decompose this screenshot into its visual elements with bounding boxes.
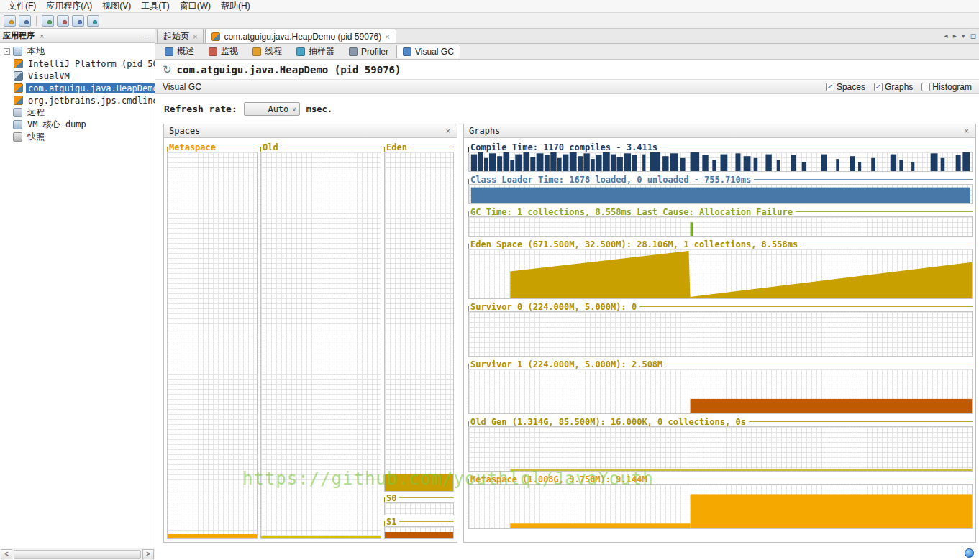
scroll-left-icon[interactable]: < xyxy=(1,549,12,559)
visual-gc-icon xyxy=(403,47,411,56)
process-refresh-icon: ↻ xyxy=(163,64,172,75)
tree-item[interactable]: 远程 xyxy=(0,106,155,119)
tree-item[interactable]: org.jetbrains.jps.cmdline. xyxy=(0,94,155,106)
checkbox-label: Graphs xyxy=(885,82,913,92)
add-jmx-connection-icon[interactable] xyxy=(19,15,31,27)
subtab-visual-gc[interactable]: Visual GC xyxy=(396,45,460,58)
visual-gc-section-bar: Visual GC ✓Spaces✓GraphsHistogram xyxy=(155,79,979,94)
tab-label: 起始页 xyxy=(163,30,189,42)
visual-gc-checkboxes: ✓Spaces✓GraphsHistogram xyxy=(826,82,972,92)
tab-close-icon[interactable]: × xyxy=(193,32,197,41)
graph-chart-old-gen xyxy=(468,426,973,472)
scroll-right-icon[interactable]: > xyxy=(142,549,154,559)
subtab-概述[interactable]: 概述 xyxy=(158,45,201,58)
profiler-snapshot-icon[interactable] xyxy=(72,15,84,27)
eden-column-label-row: Eden xyxy=(384,142,454,152)
s1-usage-fill xyxy=(385,532,453,538)
graph-eden-space: Eden Space (671.500M, 32.500M): 28.106M,… xyxy=(468,239,973,299)
menubar: 文件(F)应用程序(A)视图(V)工具(T)窗口(W)帮助(H) xyxy=(0,0,979,13)
notifications-icon[interactable] xyxy=(965,548,974,558)
scrollbar-thumb[interactable] xyxy=(14,550,141,559)
document-tab[interactable]: 起始页× xyxy=(157,29,204,43)
tree-item-label: VM 核心 dump xyxy=(25,119,88,131)
graph-title-compile-time: Compile Time: 1170 compiles - 3.411s xyxy=(468,142,973,152)
metaspace-column-label-row: Metaspace xyxy=(167,142,258,152)
label-tick xyxy=(384,521,385,526)
label-tick xyxy=(167,147,168,152)
window-body: 应用程序 × — -本地IntelliJ Platform (pid 50Vis… xyxy=(0,29,979,560)
monitor-icon xyxy=(209,47,217,56)
overview-icon xyxy=(165,47,173,56)
tree-item[interactable]: VisualVM xyxy=(0,70,155,82)
metaspace-column-label: Metaspace xyxy=(169,142,216,152)
old-column-label: Old xyxy=(263,142,278,152)
tabs-list-dropdown-icon[interactable]: ▾ xyxy=(962,32,965,40)
menu-item[interactable]: 文件(F) xyxy=(3,0,41,13)
subtab-profiler[interactable]: Profiler xyxy=(342,45,395,58)
heap-dump-icon[interactable] xyxy=(57,15,69,27)
checkbox-histogram[interactable]: Histogram xyxy=(921,82,972,92)
checkbox-box[interactable]: ✓ xyxy=(826,83,834,91)
checkbox-graphs[interactable]: ✓Graphs xyxy=(874,82,913,92)
sidebar-close-icon[interactable]: × xyxy=(38,32,45,40)
label-tick xyxy=(468,179,469,184)
document-tab[interactable]: com.atguigu.java.HeapDemo (pid 59076)× xyxy=(205,29,396,43)
graph-compile-time: Compile Time: 1170 compiles - 3.411s xyxy=(468,142,973,172)
graphs-panel-header: Graphs × xyxy=(464,124,975,138)
graph-chart-eden-space xyxy=(468,249,973,299)
label-tick xyxy=(384,147,385,152)
tree-item[interactable]: -本地 xyxy=(0,45,155,58)
menu-item[interactable]: 视图(V) xyxy=(97,0,136,13)
sidebar-horizontal-scrollbar[interactable]: < > xyxy=(0,548,155,560)
tree-item[interactable]: VM 核心 dump xyxy=(0,119,155,131)
old-column-label-row: Old xyxy=(260,142,381,152)
menu-item[interactable]: 工具(T) xyxy=(136,0,174,13)
subtab-抽样器[interactable]: 抽样器 xyxy=(290,45,341,58)
toolbar-icon-accent xyxy=(93,20,97,24)
toolbar-icon-accent xyxy=(78,20,82,24)
snapshot-icon xyxy=(13,132,22,142)
sidebar-minimize-icon[interactable]: — xyxy=(138,32,152,40)
tabs-scroll-right-icon[interactable]: ▸ xyxy=(953,32,957,40)
graph-title-text: GC Time: 1 collections, 8.558ms Last Cau… xyxy=(470,207,793,217)
label-rule xyxy=(399,521,454,522)
refresh-rate-select[interactable]: Auto ∨ xyxy=(244,102,300,116)
graph-chart-metaspace-graph xyxy=(468,484,973,529)
graphs-panel-close-icon[interactable]: × xyxy=(963,127,970,135)
menu-item[interactable]: 帮助(H) xyxy=(216,0,255,13)
checkbox-box[interactable] xyxy=(921,83,930,91)
tab-close-icon[interactable]: × xyxy=(385,32,389,41)
graph-title-gc-time: GC Time: 1 collections, 8.558ms Last Cau… xyxy=(468,207,973,216)
old-usage-fill xyxy=(261,536,381,538)
thread-dump-icon[interactable] xyxy=(42,15,54,27)
tree-item[interactable]: IntelliJ Platform (pid 50 xyxy=(0,58,155,70)
tree-expander-icon[interactable]: - xyxy=(4,48,10,55)
graph-title-text: Metaspace (1.008G, 9.750M): 9.144M xyxy=(470,474,647,485)
graph-gc-time: GC Time: 1 collections, 8.558ms Last Cau… xyxy=(468,207,973,237)
menu-item[interactable]: 应用程序(A) xyxy=(41,0,97,13)
tabs-scroll-left-icon[interactable]: ◂ xyxy=(944,32,948,40)
threads-icon xyxy=(252,47,261,56)
eden-column-group: Eden S0 xyxy=(384,142,454,539)
label-rule xyxy=(650,479,973,479)
s1-label-row: S1 xyxy=(384,517,454,526)
checkbox-box[interactable]: ✓ xyxy=(874,83,883,91)
application-snapshot-icon[interactable] xyxy=(87,15,99,27)
tree-item-label: VisualVM xyxy=(26,71,72,81)
tree-item[interactable]: com.atguigu.java.HeapDemo xyxy=(0,82,155,94)
graph-title-survivor-0: Survivor 0 (224.000M, 5.000M): 0 xyxy=(468,302,973,311)
tree-item[interactable]: 快照 xyxy=(0,131,155,143)
sidebar-title: 应用程序 xyxy=(3,30,35,41)
spaces-panel-close-icon[interactable]: × xyxy=(445,127,452,135)
subtab-label: 监视 xyxy=(221,45,238,58)
checkbox-spaces[interactable]: ✓Spaces xyxy=(826,82,865,92)
menu-item[interactable]: 窗口(W) xyxy=(175,0,216,13)
checkbox-label: Histogram xyxy=(932,82,972,92)
graph-title-class-loader-time: Class Loader Time: 1678 loaded, 0 unload… xyxy=(468,175,973,184)
subtab-监视[interactable]: 监视 xyxy=(202,45,245,58)
load-snapshot-icon[interactable] xyxy=(4,15,16,27)
tabs-maximize-icon[interactable]: ◻ xyxy=(970,32,976,40)
subtab-线程[interactable]: 线程 xyxy=(246,45,288,58)
tree-item-label: 本地 xyxy=(25,45,47,58)
toolbar-icon-accent xyxy=(24,20,29,24)
